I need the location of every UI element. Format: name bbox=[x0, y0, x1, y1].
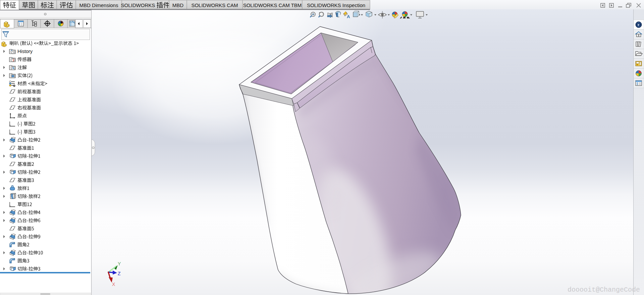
svg-text:Z: Z bbox=[118, 271, 121, 276]
svg-text:SOLIDWORKS: SOLIDWORKS bbox=[121, 2, 155, 8]
svg-text:History: History bbox=[17, 49, 33, 54]
svg-text:MBD Dimensions: MBD Dimensions bbox=[79, 2, 118, 8]
svg-text:dooooit@ChangeCode: dooooit@ChangeCode bbox=[568, 286, 640, 294]
svg-text:A: A bbox=[12, 66, 14, 70]
svg-text:Y: Y bbox=[118, 261, 121, 266]
svg-text:SOLIDWORKS CAM TBM: SOLIDWORKS CAM TBM bbox=[243, 2, 302, 8]
svg-text:A: A bbox=[347, 14, 350, 19]
svg-text:X: X bbox=[112, 282, 115, 287]
svg-text:SOLIDWORKS CAM: SOLIDWORKS CAM bbox=[191, 2, 238, 8]
svg-text:MBD: MBD bbox=[172, 2, 184, 8]
svg-text:SOLIDWORKS Inspection: SOLIDWORKS Inspection bbox=[307, 2, 365, 8]
